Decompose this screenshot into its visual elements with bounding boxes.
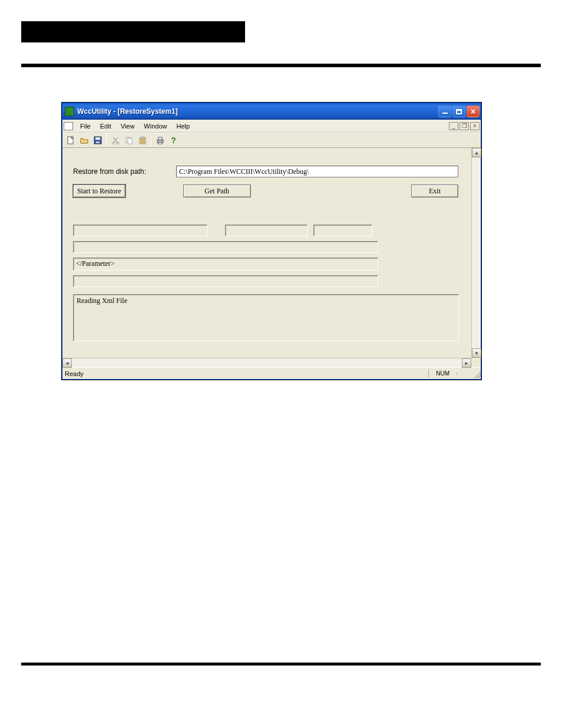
- parameter-display: </Parameter>: [73, 258, 378, 271]
- menu-help[interactable]: Help: [171, 121, 194, 131]
- status-num: NUM: [428, 369, 457, 378]
- svg-rect-7: [128, 139, 132, 144]
- mdi-restore-button[interactable]: ❐: [459, 122, 469, 130]
- bottom-rule: [21, 663, 541, 666]
- path-label: Restore from disk path:: [73, 167, 176, 176]
- svg-rect-12: [158, 142, 162, 144]
- maximize-button[interactable]: [452, 106, 465, 117]
- status-ready: Ready: [65, 370, 84, 377]
- horizontal-scrollbar[interactable]: ◄ ►: [62, 358, 471, 367]
- menu-edit[interactable]: Edit: [95, 121, 116, 131]
- minimize-button[interactable]: [438, 106, 451, 117]
- status-field-3: [313, 225, 372, 236]
- status-field-2: [225, 225, 308, 236]
- svg-rect-11: [158, 137, 162, 140]
- client-area: Restore from disk path: Start to Restore…: [62, 148, 481, 367]
- menu-view[interactable]: View: [116, 121, 140, 131]
- svg-rect-2: [95, 137, 100, 140]
- copy-icon[interactable]: [122, 134, 135, 147]
- mdi-minimize-button[interactable]: _: [449, 122, 458, 130]
- path-input[interactable]: [176, 166, 458, 177]
- log-output: Reading Xml File: [73, 294, 459, 341]
- app-icon: [65, 107, 74, 116]
- close-button[interactable]: ×: [467, 106, 480, 117]
- menu-file[interactable]: File: [75, 121, 95, 131]
- mdi-close-button[interactable]: ×: [470, 122, 480, 130]
- start-restore-button[interactable]: Start to Restore: [73, 185, 125, 197]
- save-disk-icon[interactable]: [91, 134, 104, 147]
- svg-rect-9: [141, 137, 144, 139]
- top-rule: [21, 64, 541, 67]
- vertical-scrollbar[interactable]: ▲ ▼: [471, 148, 481, 358]
- new-file-icon[interactable]: [64, 134, 77, 147]
- scroll-down-icon[interactable]: ▼: [472, 348, 481, 358]
- titlebar[interactable]: WccUtility - [RestoreSystem1] ×: [62, 103, 481, 120]
- status-row: [73, 225, 461, 236]
- get-path-button[interactable]: Get Path: [183, 185, 251, 197]
- status-field-4: [73, 241, 378, 253]
- mdi-controls: _ ❐ ×: [449, 122, 481, 130]
- toolbar: ?: [62, 133, 481, 148]
- statusbar: Ready NUM: [62, 367, 481, 379]
- cut-icon[interactable]: [108, 134, 122, 147]
- resize-grip-icon[interactable]: [471, 369, 481, 378]
- header-black-block: [21, 21, 245, 42]
- menubar: File Edit View Window Help _ ❐ ×: [62, 120, 481, 133]
- help-icon[interactable]: ?: [167, 134, 180, 147]
- status-empty-pane: [457, 373, 471, 375]
- scroll-up-icon[interactable]: ▲: [472, 148, 481, 157]
- window-title: WccUtility - [RestoreSystem1]: [77, 107, 178, 116]
- paste-icon[interactable]: [135, 134, 149, 147]
- app-window: WccUtility - [RestoreSystem1] × File Edi…: [62, 103, 481, 380]
- exit-button[interactable]: Exit: [411, 185, 458, 197]
- status-field-1: [73, 225, 207, 236]
- menu-window[interactable]: Window: [139, 121, 171, 131]
- open-folder-icon[interactable]: [77, 134, 91, 147]
- form-panel: Restore from disk path: Start to Restore…: [62, 148, 471, 358]
- status-field-5: [73, 275, 378, 287]
- document-icon: [64, 122, 73, 130]
- print-icon[interactable]: [153, 134, 167, 147]
- scroll-left-icon[interactable]: ◄: [62, 358, 72, 368]
- scroll-right-icon[interactable]: ►: [462, 358, 471, 368]
- svg-rect-3: [96, 141, 100, 143]
